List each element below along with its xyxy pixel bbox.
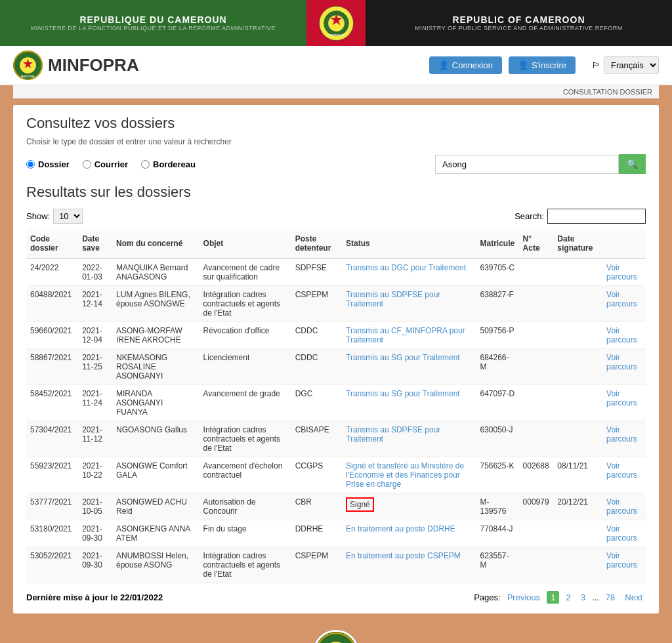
radio-bordereau-label[interactable]: Bordereau	[141, 159, 196, 169]
nom-cell: MANQUIKA Bernard ANAGASONG	[112, 259, 200, 286]
code-cell: 57304/2021	[26, 421, 78, 457]
results-table: Code dossier Date save Nom du concerné O…	[26, 229, 646, 583]
page-3[interactable]: 3	[578, 591, 589, 604]
matricule-cell: 647097-D	[476, 385, 518, 421]
code-cell: 55923/2021	[26, 457, 78, 493]
objet-cell: Intégration cadres contractuels et agent…	[200, 547, 291, 583]
objet-cell: Intégration cadres contractuels et agent…	[200, 286, 291, 322]
nom-cell: ASONGKENG ANNA ATEM	[112, 520, 200, 547]
date-cell: 2021-09-30	[78, 547, 112, 583]
status-cell: Transmis au SG pour Traitement	[342, 349, 476, 385]
link-cell[interactable]: Voir parcours	[602, 457, 646, 493]
language-select[interactable]: Français English	[604, 56, 659, 74]
footer-brand: edukamer.info MINFOPRA edukamer.info	[0, 620, 672, 643]
voir-parcours-link[interactable]: Voir parcours	[606, 290, 637, 308]
matricule-cell: 770844-J	[476, 520, 518, 547]
status-cell: Signé	[342, 493, 476, 520]
date-sig-cell	[553, 322, 602, 349]
radio-dossier[interactable]	[26, 160, 35, 169]
link-cell[interactable]: Voir parcours	[602, 493, 646, 520]
link-cell[interactable]: Voir parcours	[602, 349, 646, 385]
table-controls: Show: 10 25 50 Search:	[26, 209, 646, 224]
objet-cell: Fin du stage	[200, 520, 291, 547]
radio-bordereau[interactable]	[141, 160, 150, 169]
filter-input[interactable]	[547, 209, 646, 224]
entries-select[interactable]: 10 25 50	[53, 209, 83, 224]
search-input[interactable]	[435, 155, 619, 174]
nav-bar: MINFOPRA MINFOPRA 👤 Connexion 👤 S'inscri…	[0, 46, 672, 85]
table-row: 24/2022 2022-01-03 MANQUIKA Bernard ANAG…	[26, 259, 646, 286]
matricule-cell: 639705-C	[476, 259, 518, 286]
voir-parcours-link[interactable]: Voir parcours	[606, 425, 637, 444]
voir-parcours-link[interactable]: Voir parcours	[606, 497, 637, 516]
acte-cell	[519, 349, 554, 385]
header-left-title: REPUBLIQUE DU CAMEROUN	[79, 14, 226, 25]
acte-cell	[519, 421, 554, 457]
date-cell: 2021-10-05	[78, 493, 112, 520]
date-sig-cell	[553, 520, 602, 547]
date-cell: 2021-10-22	[78, 457, 112, 493]
header-left: REPUBLIQUE DU CAMEROUN MINISTERE DE LA F…	[0, 0, 306, 46]
page-next[interactable]: Next	[621, 591, 646, 604]
link-cell[interactable]: Voir parcours	[602, 322, 646, 349]
search-button[interactable]: 🔍	[619, 154, 646, 174]
poste-cell: CDDC	[291, 349, 342, 385]
col-matricule: Matricule	[476, 229, 518, 259]
connexion-button[interactable]: 👤 Connexion	[429, 56, 502, 74]
user-add-icon: 👤	[518, 60, 528, 70]
ellipsis: ...	[592, 592, 599, 602]
main-content: Consultez vos dossiers Choisir le type d…	[13, 105, 659, 613]
objet-cell: Révocation d'office	[200, 322, 291, 349]
voir-parcours-link[interactable]: Voir parcours	[606, 551, 637, 570]
link-cell[interactable]: Voir parcours	[602, 286, 646, 322]
matricule-cell: 623557-M	[476, 547, 518, 583]
sinscrire-button[interactable]: 👤 S'inscrire	[509, 56, 576, 74]
voir-parcours-link[interactable]: Voir parcours	[606, 389, 637, 407]
table-row: 60488/2021 2021-12-14 LUM Agnes BILENG, …	[26, 286, 646, 322]
page-previous[interactable]: Previous	[504, 591, 544, 604]
voir-parcours-link[interactable]: Voir parcours	[606, 263, 637, 281]
link-cell[interactable]: Voir parcours	[602, 421, 646, 457]
coat-of-arms-icon: CAMEROUN	[318, 5, 354, 41]
objet-cell: Avancement de grade	[200, 385, 291, 421]
page-1[interactable]: 1	[547, 591, 559, 604]
voir-parcours-link[interactable]: Voir parcours	[606, 326, 637, 344]
poste-cell: CBISAPE	[291, 421, 342, 457]
status-cell: Transmis au SDPFSE pour Traitement	[342, 286, 476, 322]
page-last[interactable]: 78	[602, 591, 618, 604]
search-hint: Choisir le type de dossier et entrer une…	[26, 137, 646, 146]
nom-cell: MIRANDA ASONGANYI FUANYA	[112, 385, 200, 421]
link-cell[interactable]: Voir parcours	[602, 385, 646, 421]
link-cell[interactable]: Voir parcours	[602, 547, 646, 583]
link-cell[interactable]: Voir parcours	[602, 259, 646, 286]
page-2[interactable]: 2	[562, 591, 574, 604]
poste-cell: CBR	[291, 493, 342, 520]
table-row: 57304/2021 2021-11-12 NGOASONG Gallus In…	[26, 421, 646, 457]
acte-cell	[519, 259, 554, 286]
footer-logo: MINFOPRA	[313, 630, 359, 643]
poste-cell: DDRHE	[291, 520, 342, 547]
status-cell: En traitement au poste CSPEPM	[342, 547, 476, 583]
radio-dossier-label[interactable]: Dossier	[26, 159, 70, 169]
status-cell: Transmis au CF_MINFOPRA pour Traitement	[342, 322, 476, 349]
status-cell: En traitement au poste DDRHE	[342, 520, 476, 547]
logo-area: MINFOPRA MINFOPRA	[13, 51, 429, 80]
radio-courrier-label[interactable]: Courrier	[83, 159, 128, 169]
header-right-title: REPUBLIC OF CAMEROON	[453, 14, 585, 25]
voir-parcours-link[interactable]: Voir parcours	[606, 353, 637, 371]
voir-parcours-link[interactable]: Voir parcours	[606, 524, 637, 543]
header-right: REPUBLIC OF CAMEROON MINISTRY OF PUBLIC …	[366, 0, 672, 46]
col-date-sig: Date signature	[553, 229, 602, 259]
table-row: 53777/2021 2021-10-05 ASONGWED ACHU Reid…	[26, 493, 646, 520]
brand-text-left: edukamer.info	[133, 639, 293, 643]
link-cell[interactable]: Voir parcours	[602, 520, 646, 547]
radio-courrier[interactable]	[83, 160, 91, 169]
col-nom: Nom du concerné	[112, 229, 200, 259]
date-cell: 2021-09-30	[78, 520, 112, 547]
table-row: 53180/2021 2021-09-30 ASONGKENG ANNA ATE…	[26, 520, 646, 547]
nav-buttons: 👤 Connexion 👤 S'inscrire 🏳 Français Engl…	[429, 56, 659, 74]
pagination-row: Dernière mise à jour le 22/01/2022 Pages…	[26, 591, 646, 604]
matricule-cell: 630050-J	[476, 421, 518, 457]
objet-cell: Intégration cadres contractuels et agent…	[200, 421, 291, 457]
voir-parcours-link[interactable]: Voir parcours	[606, 461, 637, 480]
